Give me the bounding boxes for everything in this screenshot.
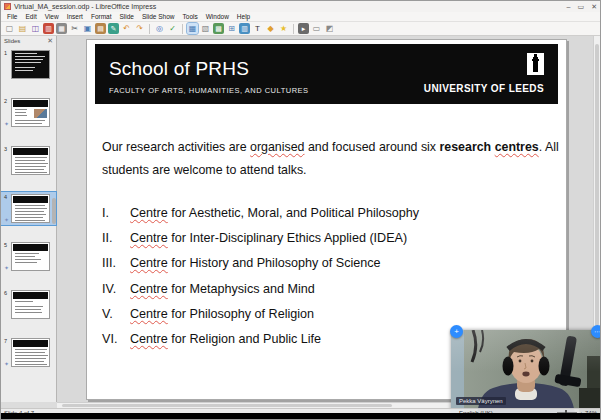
basic-shapes-icon[interactable]: ◆ xyxy=(265,23,276,34)
overlay-more-options-button[interactable]: ⋯ xyxy=(591,325,601,338)
open-folder-icon[interactable]: ▤ xyxy=(17,23,28,34)
slide-intro-paragraph: Our research activities are organised an… xyxy=(102,136,560,182)
export-pdf-icon[interactable]: ▥ xyxy=(43,23,54,34)
list-numeral: V. xyxy=(102,307,130,321)
slide-thumbnail-list: 12✦34✦5✦67✦ xyxy=(1,45,56,369)
slide-thumbnail-3[interactable]: 3 xyxy=(1,144,56,177)
slide-transition-icon: ✦ xyxy=(4,120,9,127)
overlay-add-button[interactable]: + xyxy=(450,325,463,338)
webcam-overlay[interactable]: Pekka Väyrynen + ⋯ xyxy=(451,330,601,414)
paste-icon[interactable]: ▤ xyxy=(95,23,106,34)
toolbar-separator xyxy=(182,24,183,34)
list-item-centre-1: I.Centre for Aesthetic, Moral, and Polit… xyxy=(102,200,560,225)
slide-transition-icon: ✦ xyxy=(4,360,9,367)
insert-image-icon[interactable]: ▩ xyxy=(213,23,224,34)
new-document-icon[interactable]: ▢ xyxy=(4,23,15,34)
slide-thumbnail-2[interactable]: 2✦ xyxy=(1,96,56,129)
list-item-text: Centre for History and Philosophy of Sci… xyxy=(130,256,381,270)
insert-chart-icon[interactable]: ▥ xyxy=(239,23,250,34)
save-icon[interactable]: ◫ xyxy=(30,23,41,34)
master-slide-icon[interactable]: ▭ xyxy=(311,23,322,34)
leeds-logo-icon xyxy=(527,53,544,79)
spelling-icon[interactable]: ✓ xyxy=(167,23,178,34)
slide-number-label: 5 xyxy=(4,242,7,248)
list-item-text: Centre for Philosophy of Religion xyxy=(130,307,314,321)
slide-number-label: 2 xyxy=(4,98,7,104)
slide-thumbnail-5[interactable]: 5✦ xyxy=(1,240,56,273)
close-button[interactable]: ✕ xyxy=(591,1,597,12)
menu-item-file[interactable]: File xyxy=(3,12,21,22)
list-numeral: IV. xyxy=(102,282,130,296)
menu-item-format[interactable]: Format xyxy=(87,12,116,22)
menu-item-help[interactable]: Help xyxy=(233,12,254,22)
impress-app-icon xyxy=(4,3,11,10)
list-item-text: Centre for Aesthetic, Moral, and Politic… xyxy=(130,206,419,220)
misspelled-word: centres xyxy=(495,140,539,154)
slide-header-banner: School of PRHS FACULTY OF ARTS, HUMANITI… xyxy=(95,44,558,104)
slides-panel-title: Slides xyxy=(4,38,20,44)
slide-thumbnail-preview xyxy=(11,242,50,271)
slide-thumbnail-preview xyxy=(11,338,50,367)
slide-number-label: 1 xyxy=(4,50,7,56)
list-item-centre-3: III.Centre for History and Philosophy of… xyxy=(102,251,560,276)
menu-item-slide-show[interactable]: Slide Show xyxy=(138,12,179,22)
menu-item-edit[interactable]: Edit xyxy=(21,12,40,22)
slide-thumbnail-7[interactable]: 7✦ xyxy=(1,336,56,369)
slide-number-label: 6 xyxy=(4,290,7,296)
window-title: Virtual_MA_session.odp - LibreOffice Imp… xyxy=(14,3,156,10)
print-icon[interactable]: ▦ xyxy=(56,23,67,34)
title-bar[interactable]: Virtual_MA_session.odp - LibreOffice Imp… xyxy=(1,1,600,12)
leeds-logo-text: UNIVERSITY OF LEEDS xyxy=(424,83,544,94)
find-replace-icon[interactable]: ◎ xyxy=(154,23,165,34)
research-centres-list: I.Centre for Aesthetic, Moral, and Polit… xyxy=(102,200,560,352)
slide-number-label: 7 xyxy=(4,338,7,344)
cut-icon[interactable]: ✂ xyxy=(69,23,80,34)
list-item-centre-4: IV.Centre for Metaphysics and Mind xyxy=(102,276,560,301)
list-numeral: I. xyxy=(102,206,130,220)
menu-bar: FileEditViewInsertFormatSlideSlide ShowT… xyxy=(1,12,600,22)
slides-panel: Slides ✕ 12✦34✦5✦67✦ xyxy=(1,36,57,402)
insert-table-icon[interactable]: ⊞ xyxy=(226,23,237,34)
menu-item-slide[interactable]: Slide xyxy=(116,12,138,22)
list-item-text: Centre for Religion and Public Life xyxy=(130,332,321,346)
toolbar-separator xyxy=(293,24,294,34)
participant-name-label: Pekka Väyrynen xyxy=(456,397,506,405)
slides-panel-close-icon[interactable]: ✕ xyxy=(47,36,53,45)
copy-icon[interactable]: ▣ xyxy=(82,23,93,34)
slide-number-label: 3 xyxy=(4,146,7,152)
slide-transition-icon: ✦ xyxy=(4,264,9,271)
clone-formatting-icon[interactable]: ✎ xyxy=(108,23,119,34)
list-numeral: II. xyxy=(102,231,130,245)
slide-title: School of PRHS xyxy=(109,58,249,80)
undo-icon[interactable]: ↶ xyxy=(121,23,132,34)
slide-thumbnail-6[interactable]: 6 xyxy=(1,288,56,321)
slide-thumbnail-preview xyxy=(11,290,50,319)
toolbar-separator xyxy=(149,24,150,34)
slide-thumbnail-4[interactable]: 4✦ xyxy=(1,192,56,225)
slide-thumbnail-preview xyxy=(11,50,50,79)
menu-item-insert[interactable]: Insert xyxy=(63,12,87,22)
menu-item-window[interactable]: Window xyxy=(202,12,233,22)
libreoffice-impress-window: Virtual_MA_session.odp - LibreOffice Imp… xyxy=(0,0,601,420)
display-views-icon[interactable]: ◩ xyxy=(324,23,335,34)
redo-icon[interactable]: ↷ xyxy=(134,23,145,34)
slide-number-label: 4 xyxy=(4,194,7,200)
list-item-text: Centre for Inter-Disciplinary Ethics App… xyxy=(130,231,407,245)
start-slideshow-icon[interactable]: ▸ xyxy=(298,23,309,34)
menu-item-tools[interactable]: Tools xyxy=(179,12,202,22)
standard-toolbar: ▢▤◫▥▦✂▣▤✎↶↷◎✓▦▧▩⊞▥T◆★▸▭◩ xyxy=(1,22,600,36)
list-item-centre-2: II.Centre for Inter-Disciplinary Ethics … xyxy=(102,225,560,250)
slide-thumbnail-1[interactable]: 1 xyxy=(1,48,56,81)
display-grid-icon[interactable]: ▦ xyxy=(187,23,198,34)
snap-guides-icon[interactable]: ▧ xyxy=(200,23,211,34)
menu-item-view[interactable]: View xyxy=(41,12,63,22)
list-numeral: III. xyxy=(102,256,130,270)
slide-thumbnail-preview xyxy=(11,146,50,175)
star-shapes-icon[interactable]: ★ xyxy=(278,23,289,34)
minimize-button[interactable]: – xyxy=(567,1,571,12)
maximize-button[interactable]: ▭ xyxy=(578,1,585,12)
slide-transition-icon: ✦ xyxy=(4,216,9,223)
slides-panel-scrollbar[interactable] xyxy=(52,198,56,224)
insert-textbox-icon[interactable]: T xyxy=(252,23,263,34)
slide-thumbnail-preview xyxy=(11,194,50,223)
